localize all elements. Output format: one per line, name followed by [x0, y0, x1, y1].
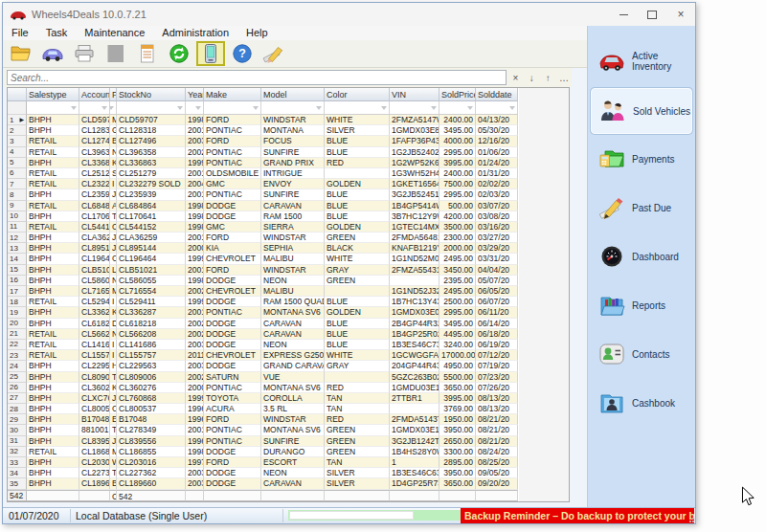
grid-cell[interactable]: 3950.00	[439, 468, 476, 478]
grid-cell[interactable]: PONTIAC	[204, 383, 261, 393]
grid-cell[interactable]: BLUE	[325, 201, 390, 211]
search-clear-icon[interactable]: ×	[507, 70, 523, 85]
grid-cell[interactable]: 3495.00	[439, 319, 476, 329]
grid-cell[interactable]: WINDSTAR	[261, 414, 325, 425]
grid-cell[interactable]: CL39635	[79, 147, 110, 158]
grid-cell[interactable]: 2400.00	[439, 168, 476, 179]
table-row[interactable]: 16BHPHCL58605NCL5860551998DODGENEONGREEN…	[8, 276, 519, 286]
grid-cell[interactable]: 07/19/20	[476, 361, 518, 371]
grid-cell[interactable]: 3G2JB5245152	[390, 189, 439, 200]
row-number-cell[interactable]: 16	[8, 276, 27, 286]
row-number-cell[interactable]: 25	[8, 372, 27, 383]
grid-cell[interactable]: 1B7HC13Y4XJ5	[390, 297, 439, 307]
grid-cell[interactable]: CL141686	[117, 340, 186, 350]
grid-cell[interactable]: T	[110, 425, 117, 435]
row-number-cell[interactable]: 4	[8, 147, 27, 158]
help-icon[interactable]: ?	[228, 41, 257, 66]
filter-cell[interactable]	[325, 101, 390, 115]
grid-cell[interactable]: FORD	[204, 136, 261, 146]
grid-cell[interactable]: VUE	[261, 372, 325, 383]
grid-cell[interactable]: WINDSTAR	[261, 265, 325, 276]
grid-cell[interactable]: GREEN	[325, 425, 390, 435]
grid-cell[interactable]: SIERRA	[261, 222, 325, 233]
grid-cell[interactable]: BHPH	[27, 425, 79, 435]
row-number-cell[interactable]: 1▶	[8, 115, 27, 125]
chevron-down-icon[interactable]	[467, 106, 473, 110]
grid-cell[interactable]: M	[110, 115, 117, 125]
grid-cell[interactable]: J	[110, 189, 117, 200]
grid-cell[interactable]: SILVER	[325, 478, 390, 489]
grid-cell[interactable]: CL12831	[79, 125, 110, 136]
printer-icon[interactable]	[70, 41, 99, 66]
grid-cell[interactable]: 2000.00	[439, 243, 476, 254]
grid-cell[interactable]: 3995.00	[439, 393, 476, 404]
grid-cell[interactable]: TAN	[325, 393, 390, 404]
grid-cell[interactable]: ACURA	[204, 404, 261, 414]
sidebar-item-active-inventory[interactable]: Active Inventory	[591, 39, 692, 83]
row-number-cell[interactable]: 33	[8, 457, 27, 468]
menu-item-help[interactable]: Help	[237, 26, 277, 40]
grid-cell[interactable]: CL61821	[79, 319, 110, 329]
grid-cell[interactable]: J	[110, 233, 117, 243]
row-number-cell[interactable]: 3	[8, 136, 27, 146]
grid-cell[interactable]: BLUE	[325, 189, 390, 200]
grid-cell[interactable]: PONTIAC	[204, 158, 261, 168]
grid-cell[interactable]: CL396358	[117, 147, 186, 158]
grid-cell[interactable]: 2300.00	[439, 233, 476, 243]
grid-cell[interactable]: DODGE	[204, 329, 261, 340]
grid-cell[interactable]: 4200.00	[439, 211, 476, 222]
grid-cell[interactable]: 204GP44R43R2	[390, 361, 439, 371]
grid-cell[interactable]: 1996	[186, 404, 204, 414]
grid-cell[interactable]: PONTIAC	[204, 436, 261, 447]
grid-cell[interactable]: RETAIL	[27, 222, 79, 233]
row-number-cell[interactable]: 6	[8, 168, 27, 179]
table-row[interactable]: 30BHPH881001TCL2783492001PONTIACMONTANA …	[8, 425, 519, 435]
table-row[interactable]: 29BHPHB17048EB170481996FORDWINDSTARRED2F…	[8, 414, 519, 425]
grid-cell[interactable]: DODGE	[204, 211, 261, 222]
grid-cell[interactable]: 2002	[186, 372, 204, 383]
grid-cell[interactable]: CL20301	[79, 457, 110, 468]
row-number-cell[interactable]: 32	[8, 447, 27, 457]
table-row[interactable]: 33BHPHCL20301WCL2030161997FORDESCORTTAN1…	[8, 457, 519, 468]
grid-cell[interactable]: 2995.00	[439, 147, 476, 158]
grid-cell[interactable]: BHPH	[27, 211, 79, 222]
filter-cell[interactable]	[27, 101, 79, 115]
table-row[interactable]: 32RETAILCL18685MCL1868551998DODGEDURANGO…	[8, 447, 519, 457]
grid-cell[interactable]: MONTANA SV6	[261, 425, 325, 435]
grid-cell[interactable]: 2FMZA5147WE	[390, 115, 439, 125]
grid-cell[interactable]: 1998	[186, 201, 204, 211]
table-row[interactable]: 10BHPHCL17064TCL1706411998DODGERAM 1500B…	[8, 211, 519, 222]
grid-cell[interactable]: DODGE	[204, 319, 261, 329]
grid-cell[interactable]: NEON	[261, 468, 325, 478]
grid-cell[interactable]: 881001	[79, 425, 110, 435]
grid-cell[interactable]: 2000	[186, 383, 204, 393]
grid-cell[interactable]: RED	[325, 383, 390, 393]
grid-cell[interactable]: 3450.00	[439, 265, 476, 276]
grid-cell[interactable]: 3650.00	[439, 478, 476, 489]
grid-cell[interactable]: N	[110, 276, 117, 286]
grid-cell[interactable]: GMC	[204, 179, 261, 189]
grid-cell[interactable]: 1GKET1656463	[390, 179, 439, 189]
grid-cell[interactable]: CL25127	[79, 168, 110, 179]
grid-cell[interactable]: B17048	[117, 414, 186, 425]
grid-cell[interactable]: 1998	[186, 115, 204, 125]
grid-cell[interactable]: 2001	[186, 189, 204, 200]
grid-cell[interactable]: RAM 1500 QUAD	[261, 297, 325, 307]
grid-cell[interactable]: CL336863	[117, 158, 186, 168]
grid-cell[interactable]: WHITE	[325, 254, 390, 264]
grid-cell[interactable]: BHPH	[27, 158, 79, 168]
grid-cell[interactable]: GMC	[204, 222, 261, 233]
grid-cell[interactable]: B17048	[79, 414, 110, 425]
grid-cell[interactable]: CL544152	[117, 222, 186, 233]
row-number-cell[interactable]: 22	[8, 340, 27, 350]
filter-cell[interactable]	[390, 101, 439, 115]
grid-cell[interactable]	[325, 372, 390, 383]
grid-cell[interactable]: CLD5970	[79, 115, 110, 125]
grid-cell[interactable]: BHPH	[27, 436, 79, 447]
grid-cell[interactable]: BHPH	[27, 319, 79, 329]
grid-cell[interactable]: 03/27/20	[476, 233, 518, 243]
grid-cell[interactable]: CL80900	[79, 372, 110, 383]
grid-cell[interactable]: PONTIAC	[204, 147, 261, 158]
grid-cell[interactable]: PONTIAC	[204, 425, 261, 435]
grid-cell[interactable]: INTRIGUE	[261, 168, 325, 179]
